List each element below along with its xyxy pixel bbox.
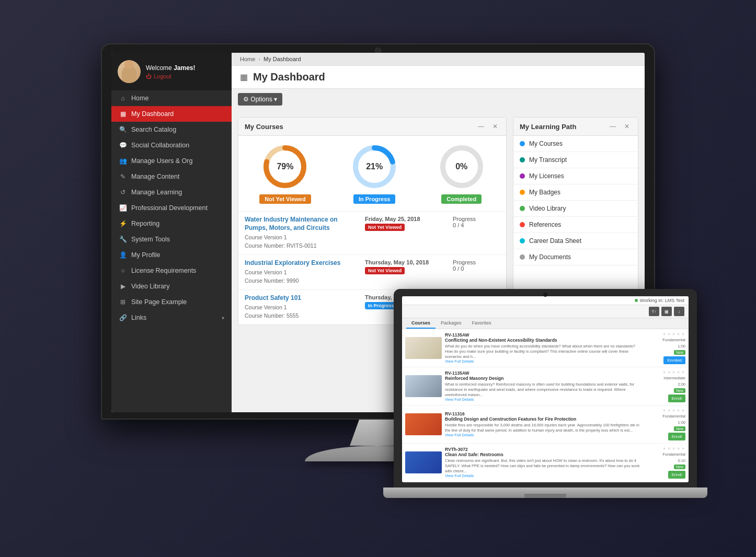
profile-icon: 👤 (119, 251, 127, 259)
tools-icon: 🔧 (119, 236, 127, 243)
donut-text-2: 21% (366, 162, 383, 171)
welcome-text: Welcome James! (146, 64, 225, 72)
learning-path-item-references[interactable]: References (513, 217, 638, 233)
sidebar-item-prodev[interactable]: 📈 Professional Development (111, 200, 232, 216)
course-name-1[interactable]: Water Industry Maintenance on Pumps, Mot… (245, 216, 361, 232)
enroll-button-4[interactable]: Enroll (668, 471, 685, 479)
view-link-1[interactable]: View Full Details (445, 359, 640, 364)
monitor: Welcome James! ⏻ Logout ⌂ Home ▦ My (90, 43, 666, 514)
sidebar-item-users[interactable]: 👥 Manage Users & Org (111, 153, 232, 169)
view-link-2[interactable]: View Full Details (445, 397, 640, 402)
donut-text-3: 0% (455, 162, 467, 171)
enroll-button-3[interactable]: Enroll (668, 433, 685, 440)
course-thumbnail-3 (405, 413, 442, 435)
donut-in-progress: 21% (351, 143, 398, 190)
minimize-button[interactable]: — (476, 122, 486, 131)
laptop-topbar: Working In: LMS Test (402, 296, 689, 305)
toolbar-btn-1[interactable]: T↑ (649, 307, 659, 316)
laptop-body: Working In: LMS Test T↑ ▦ ↓ Courses Pack… (394, 289, 697, 488)
course-name-3[interactable]: Product Safety 101 (245, 294, 361, 303)
course-details-2: Industrial Exploratory Exercises Course … (245, 259, 361, 285)
license-icon: ○ (119, 267, 127, 274)
laptop-course-row-2: RV-1135AW Reinforced Masonry Design What… (402, 367, 689, 405)
course-meta-1: Course Version 1 Course Number: RVITS-00… (245, 234, 361, 250)
dot-icon (520, 222, 525, 227)
new-badge-2: New (674, 388, 685, 393)
sidebar-item-video[interactable]: ▶ Video Library (111, 278, 232, 294)
view-link-4[interactable]: View Full Details (445, 473, 640, 478)
course-badge-1: Not Yet Viewed (365, 224, 405, 231)
toolbar-btn-2[interactable]: ▦ (661, 307, 672, 316)
breadcrumb: Home › My Dashboard (232, 53, 645, 66)
learning-path-item-transcript[interactable]: My Transcript (513, 152, 638, 168)
course-thumbnail-4 (405, 451, 442, 473)
laptop-course-info-1: RV-1135AW Conflicting and Non-Existent A… (445, 332, 640, 364)
view-link-3[interactable]: View Full Details (445, 433, 640, 437)
laptop-course-info-3: RV-11316 Building Design and Constructio… (445, 411, 640, 438)
sidebar-item-reporting[interactable]: ⚡ Reporting (111, 216, 232, 231)
sidebar-item-home[interactable]: ⌂ Home (111, 90, 232, 106)
sidebar-user-section: Welcome James! ⏻ Logout (111, 53, 232, 90)
course-name-2[interactable]: Industrial Exploratory Exercises (245, 259, 361, 268)
sidebar-item-license[interactable]: ○ License Requirements (111, 263, 232, 278)
chevron-down-icon: ▾ (222, 315, 224, 321)
sidebar-item-tools[interactable]: 🔧 System Tools (111, 231, 232, 247)
refresh-icon: ↺ (119, 189, 127, 196)
chart-completed: 0% Completed (438, 143, 485, 204)
star-rating-3: ★ ★ ★ ★ ★ (662, 408, 685, 412)
panel-header-learning-path: My Learning Path — ✕ (513, 118, 638, 136)
learning-path-item-documents[interactable]: My Documents (513, 249, 638, 265)
donut-not-yet-viewed: 79% (261, 143, 308, 190)
edit-icon: ✎ (119, 173, 127, 180)
toolbar-btn-3[interactable]: ↓ (674, 307, 684, 316)
close-button[interactable]: ✕ (490, 122, 500, 131)
tab-packages[interactable]: Packages (436, 318, 467, 329)
power-icon: ⏻ (146, 73, 152, 79)
sidebar-item-learning[interactable]: ↺ Manage Learning (111, 184, 232, 200)
laptop-course-info-4: RVTh-3072 Clean And Safe: Restrooms Clea… (445, 447, 640, 479)
learning-path-item-courses[interactable]: My Courses (513, 136, 638, 152)
sidebar-item-site[interactable]: ⊞ Site Page Example (111, 294, 232, 310)
tab-courses[interactable]: Courses (406, 318, 436, 329)
new-badge-4: New (674, 465, 685, 469)
dot-icon (520, 141, 525, 146)
user-info: Welcome James! ⏻ Logout (146, 64, 225, 79)
options-button[interactable]: ⚙ Options ▾ (238, 93, 282, 106)
laptop-course-meta-2: ★ ★ ★ ★ ★ Intermediate 2:00 New Enroll (644, 370, 685, 402)
video-icon: ▶ (119, 283, 127, 290)
course-details-3: Product Safety 101 Course Version 1 Cour… (245, 294, 361, 320)
star-rating-1: ★ ★ ★ ★ ★ (662, 332, 685, 336)
badge-in-progress: In Progress (353, 194, 396, 204)
enroll-button-2[interactable]: Enroll (668, 394, 685, 402)
sidebar-item-dashboard[interactable]: ▦ My Dashboard (111, 106, 232, 122)
sidebar-item-search[interactable]: 🔍 Search Catalog (111, 122, 232, 137)
dot-icon (520, 254, 525, 260)
sidebar-item-links[interactable]: 🔗 Links ▾ (111, 310, 232, 326)
minimize-lp-button[interactable]: — (608, 122, 618, 131)
enrolled-button-1[interactable]: Enrolled (663, 356, 685, 364)
learning-path-item-licenses[interactable]: My Licenses (513, 168, 638, 184)
dot-icon (520, 238, 525, 243)
laptop-course-row-1: RV-1135AW Conflicting and Non-Existent A… (402, 329, 689, 367)
sidebar-item-profile[interactable]: 👤 My Profile (111, 247, 232, 263)
grid-icon: ⊞ (119, 298, 127, 306)
tab-favorites[interactable]: Favorites (467, 318, 497, 329)
learning-path-item-career[interactable]: Career Data Sheet (513, 233, 638, 249)
breadcrumb-separator: › (258, 56, 260, 62)
laptop-course-info-2: RV-1135AW Reinforced Masonry Design What… (445, 370, 640, 402)
learning-path-item-video[interactable]: Video Library (513, 201, 638, 217)
page-header: ▦ My Dashboard (232, 66, 645, 89)
breadcrumb-home[interactable]: Home (240, 56, 255, 62)
new-badge-3: New (674, 426, 685, 431)
chart-in-progress: 21% In Progress (351, 143, 398, 204)
laptop-course-row-4: RVTh-3072 Clean And Safe: Restrooms Clea… (402, 444, 689, 482)
close-lp-button[interactable]: ✕ (622, 122, 632, 131)
sidebar-item-content[interactable]: ✎ Manage Content (111, 169, 232, 184)
learning-path-item-badges[interactable]: My Badges (513, 184, 638, 201)
course-badge-3: In Progress (365, 302, 397, 309)
course-thumbnail-1 (405, 337, 442, 359)
sidebar-item-social[interactable]: 💬 Social Collaboration (111, 137, 232, 153)
learning-path-title: My Learning Path (520, 123, 576, 131)
home-icon: ⌂ (119, 95, 127, 102)
logout-button[interactable]: ⏻ Logout (146, 73, 225, 79)
